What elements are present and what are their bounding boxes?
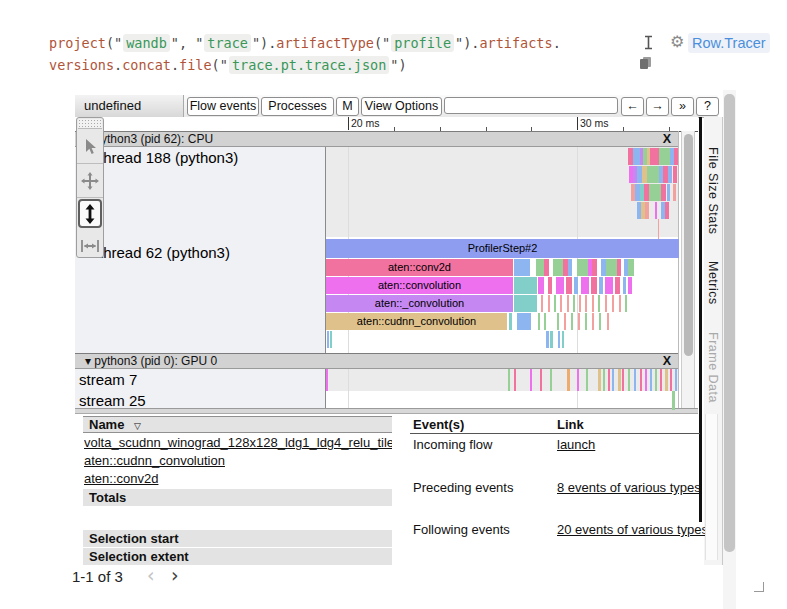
trace-span-segment[interactable]	[538, 313, 540, 330]
trace-span-segment[interactable]	[562, 331, 564, 348]
trace-span-segment[interactable]	[599, 313, 601, 330]
trace-span-segment[interactable]	[623, 277, 626, 294]
trace-span-segment[interactable]	[606, 259, 617, 276]
trace-span-segment[interactable]	[564, 313, 566, 330]
trace-span-segment[interactable]	[327, 331, 329, 348]
trace-span-segment[interactable]	[592, 259, 597, 276]
trace-span-segment[interactable]	[557, 313, 559, 330]
trace-span-segment[interactable]	[647, 166, 659, 183]
trace-span-segment[interactable]	[598, 369, 601, 391]
flow-events-button[interactable]: Flow events	[187, 97, 259, 116]
trace-span-segment[interactable]	[571, 313, 573, 330]
trace-span-segment[interactable]	[544, 259, 549, 276]
trace-span-segment[interactable]	[568, 259, 572, 276]
pagination-next-icon[interactable]: ›	[171, 564, 179, 586]
trace-span-segment[interactable]	[608, 369, 610, 391]
vertical-zoom-tool[interactable]	[78, 199, 102, 228]
sidebar-tab-metrics[interactable]: Metrics	[706, 261, 720, 305]
trace-span-segment[interactable]	[546, 331, 549, 348]
trace-span-segment[interactable]	[554, 295, 556, 312]
help-button[interactable]: ?	[696, 97, 719, 116]
trace-span-segment[interactable]	[617, 259, 621, 276]
trace-span-segment[interactable]	[674, 148, 678, 165]
trace-span-segment[interactable]	[530, 369, 532, 391]
trace-span-segment[interactable]	[592, 295, 594, 312]
trace-span-segment[interactable]	[633, 148, 640, 165]
trace-span-segment[interactable]	[585, 295, 587, 312]
trace-span-segment[interactable]	[558, 331, 560, 348]
trace-span-segment[interactable]	[599, 277, 603, 294]
trace-span-segment[interactable]	[607, 313, 609, 330]
trace-span-segment[interactable]	[612, 369, 614, 391]
gpu-close-icon[interactable]: X	[660, 354, 674, 369]
trace-span-segment[interactable]	[541, 295, 543, 312]
trace-span-segment[interactable]	[560, 295, 562, 312]
trace-span-segment[interactable]	[553, 259, 563, 276]
trace-span-segment[interactable]	[655, 202, 657, 219]
trace-span-segment[interactable]	[577, 259, 588, 276]
trace-span-segment[interactable]	[592, 313, 594, 330]
trace-span-segment[interactable]	[577, 369, 579, 391]
trace-span-segment[interactable]	[661, 184, 666, 201]
sort-descending-icon[interactable]: ▽	[128, 421, 141, 431]
trace-span-profilerstep-2[interactable]: ProfilerStep#2	[326, 239, 679, 258]
panel-type-selector[interactable]: Row.Tracer	[688, 33, 770, 53]
trace-span-segment[interactable]	[650, 369, 652, 391]
trace-span-segment[interactable]	[622, 369, 624, 391]
trace-span-segment[interactable]	[574, 277, 578, 294]
trace-span-segment[interactable]	[615, 277, 620, 294]
trace-span-aten-cudnn-convolution[interactable]: aten::cudnn_convolution	[326, 313, 507, 330]
trace-span-segment[interactable]	[540, 369, 542, 391]
track-scrollbar[interactable]	[681, 131, 695, 408]
trace-span-segment[interactable]	[640, 369, 642, 391]
processes-button[interactable]: Processes	[261, 97, 334, 116]
cpu-section-header[interactable]: ▾ python3 (pid 62): CPU X	[75, 131, 678, 147]
trace-span-segment[interactable]	[659, 148, 670, 165]
trace-span-segment[interactable]	[665, 202, 669, 219]
pagination-prev-icon[interactable]: ‹	[147, 564, 155, 586]
tool-palette[interactable]	[76, 117, 104, 258]
trace-span-segment[interactable]	[326, 369, 328, 391]
timing-tool[interactable]	[77, 229, 103, 262]
trace-span-segment[interactable]	[612, 295, 614, 312]
trace-span-segment[interactable]	[514, 277, 537, 294]
trace-span-segment[interactable]	[673, 184, 676, 201]
sidebar-tab-file-size-stats[interactable]: File Size Stats	[706, 147, 720, 234]
trace-span-segment[interactable]	[645, 202, 649, 219]
trace-span-segment[interactable]	[672, 391, 675, 410]
trace-span-segment[interactable]	[605, 277, 613, 294]
trace-span-segment[interactable]	[591, 277, 597, 294]
trace-span-segment[interactable]	[556, 277, 564, 294]
trace-span-segment[interactable]	[514, 295, 537, 312]
trace-span-segment[interactable]	[581, 277, 589, 294]
detail-panel-scrollbar[interactable]	[705, 414, 718, 560]
track-label-stream-7[interactable]: stream 7	[79, 371, 137, 388]
trace-span-segment[interactable]	[628, 277, 632, 294]
trace-span-segment[interactable]	[514, 369, 516, 391]
trace-span-segment[interactable]	[585, 313, 587, 330]
trace-span-segment[interactable]	[603, 369, 605, 391]
gpu-section-header[interactable]: ▾ python3 (pid 0): GPU 0 X	[75, 353, 678, 369]
trace-span-segment[interactable]	[628, 369, 630, 391]
trace-span-segment[interactable]	[605, 295, 607, 312]
trace-span-segment[interactable]	[670, 369, 672, 391]
trace-span-segment[interactable]	[655, 369, 657, 391]
trace-span-segment[interactable]	[548, 295, 550, 312]
trace-span-segment[interactable]	[598, 295, 600, 312]
trace-span-segment[interactable]	[567, 369, 570, 391]
trace-span-aten-convolution[interactable]: aten::convolution	[326, 277, 513, 294]
trace-span-segment[interactable]	[650, 148, 659, 165]
trace-span-segment[interactable]	[675, 369, 677, 391]
trace-span-segment[interactable]	[619, 295, 621, 312]
trace-span-segment[interactable]	[668, 166, 672, 183]
trace-span-aten-conv2d[interactable]: aten::conv2d	[326, 259, 513, 276]
trace-span-segment[interactable]	[514, 259, 530, 276]
trace-span-segment[interactable]	[658, 219, 659, 239]
trace-span-segment[interactable]	[673, 166, 677, 183]
track-scrollbar-thumb[interactable]	[684, 134, 693, 356]
page-scrollbar[interactable]	[723, 90, 736, 609]
trace-span-segment[interactable]	[567, 295, 569, 312]
trace-span-segment[interactable]	[618, 369, 621, 391]
trace-span-segment[interactable]	[508, 369, 510, 391]
trace-span-segment[interactable]	[536, 259, 544, 276]
